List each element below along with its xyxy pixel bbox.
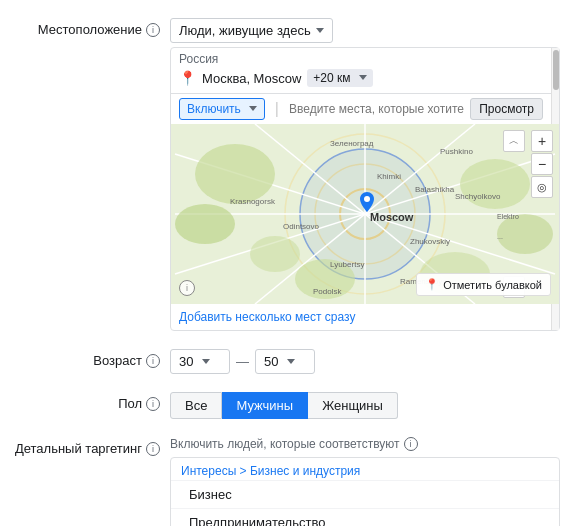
gender-buttons: Все Мужчины Женщины: [170, 392, 560, 419]
add-places-container: Добавить несколько мест сразу: [171, 304, 559, 330]
age-to-value: 50: [264, 354, 278, 369]
gender-row: Пол i Все Мужчины Женщины: [0, 384, 570, 427]
divider: |: [275, 100, 279, 118]
targeting-description: Включить людей, которые соответствуют i: [170, 437, 560, 451]
map-target-button[interactable]: ◎: [531, 176, 553, 198]
map-zoom-in-button[interactable]: +: [531, 130, 553, 152]
detailed-targeting-label-text: Детальный таргетинг: [15, 441, 142, 456]
detailed-targeting-row: Детальный таргетинг i Включить людей, ко…: [0, 429, 570, 526]
location-content: Люди, живущие здесь Россия 📍 Москва, Mos…: [170, 18, 560, 331]
svg-text:Lyubertsy: Lyubertsy: [330, 260, 364, 269]
svg-text:Zhukovskiy: Zhukovskiy: [410, 237, 450, 246]
age-from-arrow-icon: [202, 359, 210, 368]
age-label-text: Возраст: [93, 353, 142, 368]
targeting-item-business: Бизнес: [171, 480, 559, 508]
radius-dropdown[interactable]: +20 км: [307, 69, 372, 87]
svg-text:Pushkino: Pushkino: [440, 147, 473, 156]
include-row: Включить | Просмотр: [171, 93, 551, 124]
age-info-icon[interactable]: i: [146, 354, 160, 368]
gender-label: Пол i: [10, 392, 170, 411]
detailed-targeting-label: Детальный таргетинг i: [10, 437, 170, 456]
location-row: Местоположение i Люди, живущие здесь Рос: [0, 10, 570, 339]
location-pin-icon: 📍: [179, 70, 196, 86]
svg-point-17: [497, 214, 553, 254]
location-search-input[interactable]: [289, 102, 464, 116]
location-country: Россия: [171, 48, 551, 66]
map-background: Зеленоград Pushkino Shchyolkovo Elektro …: [171, 124, 559, 304]
svg-text:Balashikha: Balashikha: [415, 185, 455, 194]
map-info-icon[interactable]: i: [179, 280, 195, 296]
gender-info-icon[interactable]: i: [146, 397, 160, 411]
age-content: 30 — 50: [170, 349, 560, 374]
form-container: Местоположение i Люди, живущие здесь Рос: [0, 0, 570, 526]
svg-text:...: ...: [497, 233, 503, 240]
age-to-dropdown[interactable]: 50: [255, 349, 315, 374]
location-type-dropdown[interactable]: Люди, живущие здесь: [170, 18, 333, 43]
scrollbar-thumb: [553, 50, 559, 90]
age-to-arrow-icon: [287, 359, 295, 368]
location-type-arrow-icon: [316, 28, 324, 37]
map-controls: + − ◎: [531, 130, 553, 198]
svg-point-15: [250, 236, 300, 272]
radius-label: +20 км: [313, 71, 350, 85]
svg-text:Krasnogorsk: Krasnogorsk: [230, 197, 276, 206]
svg-text:Зеленоград: Зеленоград: [330, 139, 374, 148]
targeting-category-1[interactable]: Интересы > Бизнес и индустрия: [171, 458, 559, 480]
age-row: Возраст i 30 — 50: [0, 341, 570, 382]
svg-point-12: [460, 159, 530, 209]
targeting-box: Интересы > Бизнес и индустрия Бизнес Пре…: [170, 457, 560, 526]
gender-male-button[interactable]: Мужчины: [222, 392, 308, 419]
map-pin-button[interactable]: 📍 Отметить булавкой: [416, 273, 551, 296]
map-scroll-up-button[interactable]: ︿: [503, 130, 525, 152]
svg-point-32: [364, 196, 370, 202]
map-container: Зеленоград Pushkino Shchyolkovo Elektro …: [171, 124, 559, 304]
add-places-link[interactable]: Добавить несколько мест сразу: [179, 304, 355, 328]
location-label: Местоположение i: [10, 18, 170, 37]
location-info-icon[interactable]: i: [146, 23, 160, 37]
location-box: Россия 📍 Москва, Moscow +20 км Включ: [170, 47, 560, 331]
svg-point-11: [195, 144, 275, 204]
svg-text:Odintsovo: Odintsovo: [283, 222, 320, 231]
age-label: Возраст i: [10, 349, 170, 368]
svg-text:Podolsk: Podolsk: [313, 287, 342, 296]
include-arrow-icon: [249, 106, 257, 115]
age-from-value: 30: [179, 354, 193, 369]
svg-point-16: [175, 204, 235, 244]
age-from-dropdown[interactable]: 30: [170, 349, 230, 374]
location-city-label: Москва, Moscow: [202, 71, 301, 86]
targeting-desc-text: Включить людей, которые соответствуют: [170, 437, 400, 451]
svg-text:Elektro: Elektro: [497, 213, 519, 220]
include-label: Включить: [187, 102, 241, 116]
targeting-desc-info-icon[interactable]: i: [404, 437, 418, 451]
location-label-text: Местоположение: [38, 22, 142, 37]
targeting-item-entrepreneurship: Предпринимательство: [171, 508, 559, 526]
svg-text:Khimki: Khimki: [377, 172, 401, 181]
svg-text:Moscow: Moscow: [370, 211, 414, 223]
gender-content: Все Мужчины Женщины: [170, 392, 560, 419]
radius-arrow-icon: [359, 75, 367, 84]
map-zoom-out-button[interactable]: −: [531, 153, 553, 175]
svg-text:Shchyolkovo: Shchyolkovo: [455, 192, 501, 201]
gender-label-text: Пол: [118, 396, 142, 411]
detailed-targeting-info-icon[interactable]: i: [146, 442, 160, 456]
detailed-targeting-content: Включить людей, которые соответствуют i …: [170, 437, 560, 526]
location-city-row: 📍 Москва, Moscow +20 км: [171, 66, 551, 93]
map-pin-icon: 📍: [425, 278, 439, 291]
view-button[interactable]: Просмотр: [470, 98, 543, 120]
gender-all-button[interactable]: Все: [170, 392, 222, 419]
location-type-label: Люди, живущие здесь: [179, 23, 311, 38]
gender-female-button[interactable]: Женщины: [308, 392, 398, 419]
age-dash: —: [236, 354, 249, 369]
map-pin-label: Отметить булавкой: [443, 279, 542, 291]
age-controls: 30 — 50: [170, 349, 560, 374]
include-button[interactable]: Включить: [179, 98, 265, 120]
